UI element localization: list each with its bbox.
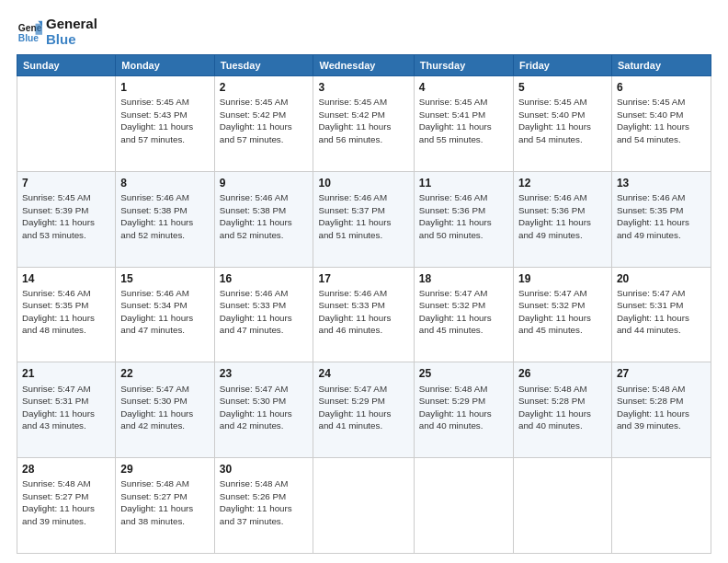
weekday-header-friday: Friday bbox=[513, 55, 611, 76]
day-info: Sunrise: 5:46 AM Sunset: 5:36 PM Dayligh… bbox=[419, 191, 508, 241]
day-number: 26 bbox=[518, 366, 607, 381]
calendar-cell: 27Sunrise: 5:48 AM Sunset: 5:28 PM Dayli… bbox=[611, 362, 711, 458]
day-info: Sunrise: 5:45 AM Sunset: 5:41 PM Dayligh… bbox=[419, 96, 508, 145]
day-info: Sunrise: 5:46 AM Sunset: 5:35 PM Dayligh… bbox=[22, 287, 110, 337]
day-info: Sunrise: 5:47 AM Sunset: 5:31 PM Dayligh… bbox=[617, 287, 706, 337]
calendar-cell: 11Sunrise: 5:46 AM Sunset: 5:36 PM Dayli… bbox=[414, 171, 513, 267]
day-number: 15 bbox=[120, 271, 209, 286]
weekday-header-saturday: Saturday bbox=[611, 55, 711, 76]
day-number: 28 bbox=[22, 462, 110, 477]
calendar-cell: 8Sunrise: 5:46 AM Sunset: 5:38 PM Daylig… bbox=[116, 171, 214, 267]
calendar-cell: 7Sunrise: 5:45 AM Sunset: 5:39 PM Daylig… bbox=[17, 171, 116, 267]
day-number: 3 bbox=[318, 80, 408, 95]
calendar-cell: 22Sunrise: 5:47 AM Sunset: 5:30 PM Dayli… bbox=[116, 362, 214, 458]
calendar-cell: 15Sunrise: 5:46 AM Sunset: 5:34 PM Dayli… bbox=[116, 267, 214, 362]
day-number: 19 bbox=[518, 271, 607, 286]
day-info: Sunrise: 5:46 AM Sunset: 5:33 PM Dayligh… bbox=[318, 287, 408, 337]
calendar-cell: 28Sunrise: 5:48 AM Sunset: 5:27 PM Dayli… bbox=[17, 458, 116, 554]
week-row-5: 28Sunrise: 5:48 AM Sunset: 5:27 PM Dayli… bbox=[17, 458, 711, 554]
day-number: 23 bbox=[220, 366, 309, 381]
day-info: Sunrise: 5:47 AM Sunset: 5:30 PM Dayligh… bbox=[120, 383, 209, 432]
calendar-cell: 29Sunrise: 5:48 AM Sunset: 5:27 PM Dayli… bbox=[116, 458, 214, 554]
calendar-cell: 23Sunrise: 5:47 AM Sunset: 5:30 PM Dayli… bbox=[214, 362, 313, 458]
day-number: 7 bbox=[22, 176, 110, 190]
day-number: 18 bbox=[419, 271, 508, 286]
day-info: Sunrise: 5:45 AM Sunset: 5:39 PM Dayligh… bbox=[22, 191, 110, 241]
day-number: 2 bbox=[220, 80, 309, 95]
header: General Blue General Blue bbox=[17, 17, 711, 47]
calendar-cell: 9Sunrise: 5:46 AM Sunset: 5:38 PM Daylig… bbox=[214, 171, 313, 267]
calendar-cell: 2Sunrise: 5:45 AM Sunset: 5:42 PM Daylig… bbox=[214, 76, 313, 172]
week-row-2: 7Sunrise: 5:45 AM Sunset: 5:39 PM Daylig… bbox=[17, 171, 711, 267]
weekday-header-row: SundayMondayTuesdayWednesdayThursdayFrid… bbox=[17, 55, 711, 76]
calendar-cell: 20Sunrise: 5:47 AM Sunset: 5:31 PM Dayli… bbox=[611, 267, 711, 362]
day-info: Sunrise: 5:48 AM Sunset: 5:28 PM Dayligh… bbox=[518, 383, 607, 432]
day-number: 10 bbox=[318, 176, 408, 190]
day-info: Sunrise: 5:46 AM Sunset: 5:38 PM Dayligh… bbox=[120, 191, 209, 241]
calendar-cell: 16Sunrise: 5:46 AM Sunset: 5:33 PM Dayli… bbox=[214, 267, 313, 362]
calendar-cell: 6Sunrise: 5:45 AM Sunset: 5:40 PM Daylig… bbox=[611, 76, 711, 172]
calendar-cell: 19Sunrise: 5:47 AM Sunset: 5:32 PM Dayli… bbox=[513, 267, 611, 362]
svg-marker-2 bbox=[36, 23, 42, 34]
day-info: Sunrise: 5:46 AM Sunset: 5:36 PM Dayligh… bbox=[518, 191, 607, 241]
day-number: 8 bbox=[120, 176, 209, 190]
calendar-cell: 21Sunrise: 5:47 AM Sunset: 5:31 PM Dayli… bbox=[17, 362, 116, 458]
day-info: Sunrise: 5:46 AM Sunset: 5:37 PM Dayligh… bbox=[318, 191, 408, 241]
day-info: Sunrise: 5:45 AM Sunset: 5:42 PM Dayligh… bbox=[318, 96, 408, 145]
day-info: Sunrise: 5:46 AM Sunset: 5:38 PM Dayligh… bbox=[220, 191, 309, 241]
day-info: Sunrise: 5:45 AM Sunset: 5:42 PM Dayligh… bbox=[220, 96, 309, 145]
calendar-cell bbox=[17, 76, 116, 172]
calendar-cell: 4Sunrise: 5:45 AM Sunset: 5:41 PM Daylig… bbox=[414, 76, 513, 172]
day-info: Sunrise: 5:45 AM Sunset: 5:40 PM Dayligh… bbox=[617, 96, 706, 145]
calendar-cell: 12Sunrise: 5:46 AM Sunset: 5:36 PM Dayli… bbox=[513, 171, 611, 267]
day-number: 27 bbox=[617, 366, 706, 381]
day-number: 17 bbox=[318, 271, 408, 286]
calendar-cell bbox=[414, 458, 513, 554]
day-number: 22 bbox=[120, 366, 209, 381]
day-number: 21 bbox=[22, 366, 110, 381]
week-row-4: 21Sunrise: 5:47 AM Sunset: 5:31 PM Dayli… bbox=[17, 362, 711, 458]
day-info: Sunrise: 5:46 AM Sunset: 5:33 PM Dayligh… bbox=[220, 287, 309, 337]
day-info: Sunrise: 5:48 AM Sunset: 5:27 PM Dayligh… bbox=[22, 477, 110, 527]
svg-text:Blue: Blue bbox=[18, 33, 40, 43]
weekday-header-sunday: Sunday bbox=[17, 55, 116, 76]
calendar-cell: 26Sunrise: 5:48 AM Sunset: 5:28 PM Dayli… bbox=[513, 362, 611, 458]
day-number: 13 bbox=[617, 176, 706, 190]
calendar-cell bbox=[611, 458, 711, 554]
day-info: Sunrise: 5:45 AM Sunset: 5:43 PM Dayligh… bbox=[120, 96, 209, 145]
day-info: Sunrise: 5:45 AM Sunset: 5:40 PM Dayligh… bbox=[518, 96, 607, 145]
calendar-page: General Blue General Blue SundayMondayTu… bbox=[0, 0, 728, 563]
day-number: 24 bbox=[318, 366, 408, 381]
calendar-cell: 5Sunrise: 5:45 AM Sunset: 5:40 PM Daylig… bbox=[513, 76, 611, 172]
day-info: Sunrise: 5:48 AM Sunset: 5:26 PM Dayligh… bbox=[220, 477, 309, 527]
weekday-header-monday: Monday bbox=[116, 55, 214, 76]
week-row-1: 1Sunrise: 5:45 AM Sunset: 5:43 PM Daylig… bbox=[17, 76, 711, 172]
day-number: 6 bbox=[617, 80, 706, 95]
day-number: 14 bbox=[22, 271, 110, 286]
week-row-3: 14Sunrise: 5:46 AM Sunset: 5:35 PM Dayli… bbox=[17, 267, 711, 362]
calendar-cell: 25Sunrise: 5:48 AM Sunset: 5:29 PM Dayli… bbox=[414, 362, 513, 458]
logo-text-general: General bbox=[46, 17, 97, 32]
day-info: Sunrise: 5:46 AM Sunset: 5:35 PM Dayligh… bbox=[617, 191, 706, 241]
day-number: 5 bbox=[518, 80, 607, 95]
day-number: 9 bbox=[220, 176, 309, 190]
day-number: 30 bbox=[220, 462, 309, 477]
calendar-cell bbox=[513, 458, 611, 554]
weekday-header-tuesday: Tuesday bbox=[214, 55, 313, 76]
day-info: Sunrise: 5:48 AM Sunset: 5:29 PM Dayligh… bbox=[419, 383, 508, 432]
day-info: Sunrise: 5:47 AM Sunset: 5:32 PM Dayligh… bbox=[518, 287, 607, 337]
calendar-cell: 17Sunrise: 5:46 AM Sunset: 5:33 PM Dayli… bbox=[313, 267, 414, 362]
logo: General Blue General Blue bbox=[17, 17, 97, 47]
weekday-header-wednesday: Wednesday bbox=[313, 55, 414, 76]
calendar-cell: 13Sunrise: 5:46 AM Sunset: 5:35 PM Dayli… bbox=[611, 171, 711, 267]
calendar-cell: 18Sunrise: 5:47 AM Sunset: 5:32 PM Dayli… bbox=[414, 267, 513, 362]
day-info: Sunrise: 5:47 AM Sunset: 5:32 PM Dayligh… bbox=[419, 287, 508, 337]
day-number: 29 bbox=[120, 462, 209, 477]
day-number: 16 bbox=[220, 271, 309, 286]
day-number: 11 bbox=[419, 176, 508, 190]
calendar-cell: 1Sunrise: 5:45 AM Sunset: 5:43 PM Daylig… bbox=[116, 76, 214, 172]
day-info: Sunrise: 5:46 AM Sunset: 5:34 PM Dayligh… bbox=[120, 287, 209, 337]
day-info: Sunrise: 5:48 AM Sunset: 5:28 PM Dayligh… bbox=[617, 383, 706, 432]
day-number: 25 bbox=[419, 366, 508, 381]
logo-icon: General Blue bbox=[17, 19, 42, 45]
